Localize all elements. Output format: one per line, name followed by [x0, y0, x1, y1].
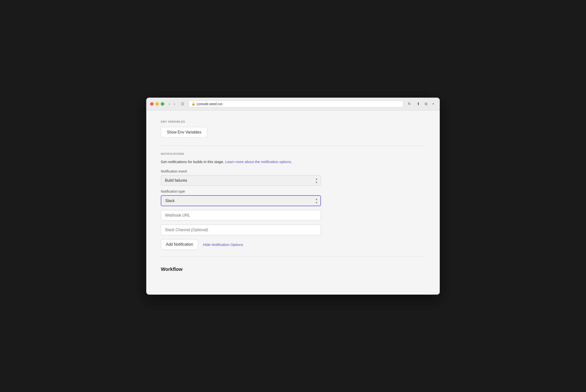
browser-actions: ⬆ ⧉ +	[415, 101, 436, 106]
traffic-light-yellow[interactable]	[155, 102, 159, 106]
env-variables-label: ENV VARIABLES	[161, 120, 425, 123]
notification-event-group: Notification event Build failures All bu…	[161, 169, 425, 186]
notification-type-group: Notification type Slack Email GitHub ▲ ▼	[161, 190, 425, 206]
section-divider	[161, 145, 425, 146]
webhook-url-group	[161, 210, 425, 221]
notifications-learn-more-link[interactable]: Learn more about the notification option…	[225, 160, 292, 164]
notifications-description-text: Get notifications for builds in this sta…	[161, 160, 224, 164]
url-text: console.seed.run	[197, 102, 223, 106]
notifications-section: NOTIFICATIONS Get notifications for buil…	[161, 152, 425, 250]
address-bar[interactable]: 🔒 console.seed.run	[188, 100, 403, 107]
traffic-light-red[interactable]	[150, 102, 154, 106]
slack-channel-input[interactable]	[161, 224, 321, 235]
add-tab-button[interactable]: +	[431, 101, 436, 106]
env-variables-section: ENV VARIABLES Show Env Variables	[161, 120, 425, 138]
webhook-url-input[interactable]	[161, 210, 321, 221]
notification-type-select-wrapper: Slack Email GitHub ▲ ▼	[161, 195, 321, 206]
notification-event-select[interactable]: Build failures All builds Build successe…	[161, 175, 321, 186]
notification-form-actions: Add Notification Hide Notification Optio…	[161, 239, 425, 250]
notification-event-select-wrapper: Build failures All builds Build successe…	[161, 175, 321, 186]
add-notification-button[interactable]: Add Notification	[161, 239, 198, 250]
notifications-description: Get notifications for builds in this sta…	[161, 159, 425, 165]
notification-type-select[interactable]: Slack Email GitHub	[161, 195, 321, 206]
nav-buttons: ‹ ›	[167, 101, 177, 106]
slack-channel-group	[161, 224, 425, 235]
show-env-variables-button[interactable]: Show Env Variables	[161, 127, 207, 138]
page-content: ENV VARIABLES Show Env Variables NOTIFIC…	[146, 110, 440, 294]
notifications-section-label: NOTIFICATIONS	[161, 152, 425, 155]
hide-notification-options-link[interactable]: Hide Notification Options	[203, 242, 243, 247]
new-tab-button[interactable]: ⧉	[423, 101, 429, 106]
forward-button[interactable]: ›	[172, 101, 176, 106]
notification-event-label: Notification event	[161, 169, 425, 173]
browser-window: ‹ › ⊡ 🔒 console.seed.run ↻ ⬆ ⧉ + ENV VAR…	[146, 98, 440, 294]
notification-type-label: Notification type	[161, 190, 425, 193]
lock-icon: 🔒	[192, 102, 195, 106]
traffic-lights	[150, 102, 164, 106]
traffic-light-green[interactable]	[161, 102, 164, 106]
sidebar-toggle-button[interactable]: ⊡	[179, 101, 186, 106]
workflow-divider	[161, 256, 425, 257]
back-button[interactable]: ‹	[167, 101, 171, 106]
workflow-title: Workflow	[161, 266, 425, 272]
workflow-section: Workflow	[161, 266, 425, 272]
reload-button[interactable]: ↻	[406, 101, 412, 106]
browser-chrome: ‹ › ⊡ 🔒 console.seed.run ↻ ⬆ ⧉ +	[146, 98, 440, 110]
share-button[interactable]: ⬆	[415, 101, 421, 106]
